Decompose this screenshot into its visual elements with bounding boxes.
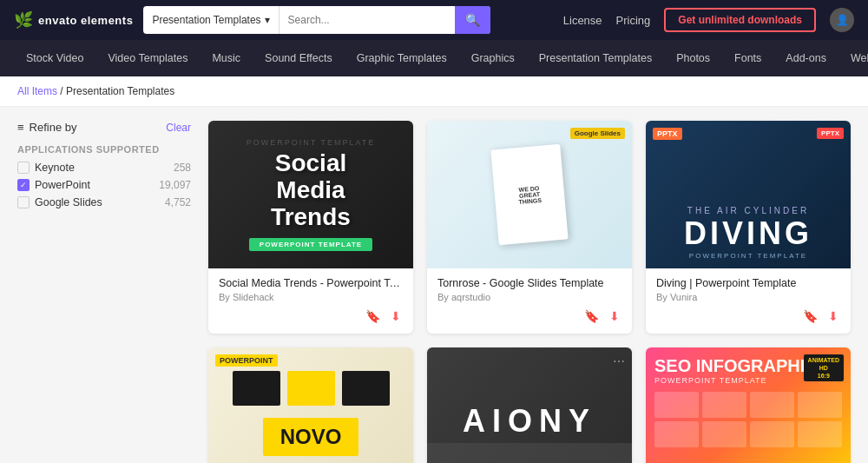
breadcrumb: All Items / Presentation Templates [0,76,868,107]
card-3-title: Diving | Powerpoint Template [656,277,840,289]
nav-item-web-templates[interactable]: Web Templates [838,40,868,76]
search-dropdown[interactable]: Presentation Templates ▾ [143,6,279,34]
nav-item-music[interactable]: Music [200,40,253,76]
nav-item-addons[interactable]: Add-ons [773,40,838,76]
main-content: ≡ Refine by Clear Applications Supported… [0,107,868,463]
google-slides-label: Google Slides [35,196,102,208]
chevron-down-icon: ▾ [265,14,270,26]
pricing-link[interactable]: Pricing [616,14,651,27]
nav-item-fonts[interactable]: Fonts [722,40,773,76]
card-3-author: By Vunira [656,292,840,302]
card-aiony: ⋯ AIONY NEW COLLECTION NEW COLLECTION Ai… [427,347,632,463]
card-3-label: PPTX [653,128,682,140]
search-input[interactable] [279,6,456,34]
card-3-download-button[interactable]: ⬇ [826,308,840,325]
nav-item-photos[interactable]: Photos [664,40,722,76]
filter-powerpoint: PowerPoint 19,097 [17,179,191,191]
refine-header: ≡ Refine by Clear [17,121,191,134]
header-right: License Pricing Get unlimited downloads … [563,8,854,32]
card-2-body: Tornrose - Google Slides Template By aqr… [427,268,632,334]
google-slides-checkbox[interactable] [17,196,30,208]
card-1-body: Social Media Trends - Powerpoint Te... B… [208,268,413,334]
search-button[interactable]: 🔍 [455,6,490,34]
main-nav: Stock Video Video Templates Music Sound … [0,40,868,76]
filter-icon: ≡ [17,121,24,134]
get-unlimited-button[interactable]: Get unlimited downloads [664,8,816,32]
card-2-thumbnail: WE DOGREATTHINGS Google Slides [427,121,632,268]
refine-label: ≡ Refine by [17,121,77,134]
nav-item-video-templates[interactable]: Video Templates [95,40,200,76]
powerpoint-label: PowerPoint [35,179,90,191]
card-5-thumbnail: ⋯ AIONY NEW COLLECTION NEW COLLECTION [427,347,632,463]
nav-item-presentation-templates[interactable]: Presentation Templates [527,40,664,76]
card-social-media-trends: POWERPOINT TEMPLATE SocialMediaTrends PO… [208,121,413,334]
logo-text: envato elements [38,14,133,27]
card-1-thumbnail: POWERPOINT TEMPLATE SocialMediaTrends PO… [208,121,413,268]
card-3-actions: 🔖 ⬇ [656,308,840,325]
product-grid: POWERPOINT TEMPLATE SocialMediaTrends PO… [208,121,851,463]
logo-icon: 🌿 [14,10,33,30]
search-icon: 🔍 [465,13,480,27]
sidebar: ≡ Refine by Clear Applications Supported… [17,121,191,463]
card-3-thumbnail: PPTX THE AIR CYLINDER DIVING POWERPOINT … [646,121,851,268]
filter-keynote: Keynote 258 [17,162,191,174]
google-slides-count: 4,752 [165,196,191,208]
card-2-actions: 🔖 ⬇ [437,308,621,325]
filter-google-slides: Google Slides 4,752 [17,196,191,208]
powerpoint-checkbox[interactable] [17,179,30,191]
card-seo: ANIMATEDHD16:9 SEO INFOGRAPHICS POWERPOI… [646,347,851,463]
search-dropdown-label: Presentation Templates [152,14,260,26]
card-3-bookmark-button[interactable]: 🔖 [801,308,819,325]
card-2-bookmark-button[interactable]: 🔖 [582,308,601,325]
powerpoint-count: 19,097 [159,179,191,191]
header: 🌿 envato elements Presentation Templates… [0,0,868,40]
card-4-label: POWERPOINT [215,354,278,367]
nav-item-stock-video[interactable]: Stock Video [14,40,95,76]
keynote-count: 258 [174,162,191,174]
card-2-title: Tornrose - Google Slides Template [437,277,621,289]
card-tornrose: WE DOGREATTHINGS Google Slides Tornrose … [427,121,632,334]
card-diving: PPTX THE AIR CYLINDER DIVING POWERPOINT … [646,121,851,334]
clear-button[interactable]: Clear [166,122,191,134]
card-3-body: Diving | Powerpoint Template By Vunira 🔖… [646,268,851,334]
card-4-thumbnail: POWERPOINT NOVO PRESENTATION. [208,347,413,463]
avatar-icon: 👤 [836,14,849,26]
search-bar: Presentation Templates ▾ 🔍 [143,6,490,34]
license-link[interactable]: License [563,14,602,27]
card-1-author: By Slidehack [219,292,403,302]
card-novo: POWERPOINT NOVO PRESENTATION. Novo - Pow… [208,347,413,463]
card-2-download-button[interactable]: ⬇ [608,308,621,325]
breadcrumb-current: Presentation Templates [66,85,174,97]
nav-item-graphic-templates[interactable]: Graphic Templates [345,40,459,76]
keynote-checkbox[interactable] [17,162,30,174]
keynote-label: Keynote [35,162,75,174]
avatar[interactable]: 👤 [830,8,854,32]
logo[interactable]: 🌿 envato elements [14,10,133,30]
card-6-thumbnail: ANIMATEDHD16:9 SEO INFOGRAPHICS POWERPOI… [646,347,851,463]
card-1-download-button[interactable]: ⬇ [389,308,403,325]
nav-item-graphics[interactable]: Graphics [459,40,527,76]
card-1-actions: 🔖 ⬇ [219,308,403,325]
sidebar-section-title: Applications Supported [17,144,191,155]
card-2-author: By aqrstudio [437,292,621,302]
nav-item-sound-effects[interactable]: Sound Effects [253,40,345,76]
breadcrumb-all-items[interactable]: All Items [17,85,57,97]
card-1-title: Social Media Trends - Powerpoint Te... [219,277,403,289]
card-1-bookmark-button[interactable]: 🔖 [364,308,382,325]
